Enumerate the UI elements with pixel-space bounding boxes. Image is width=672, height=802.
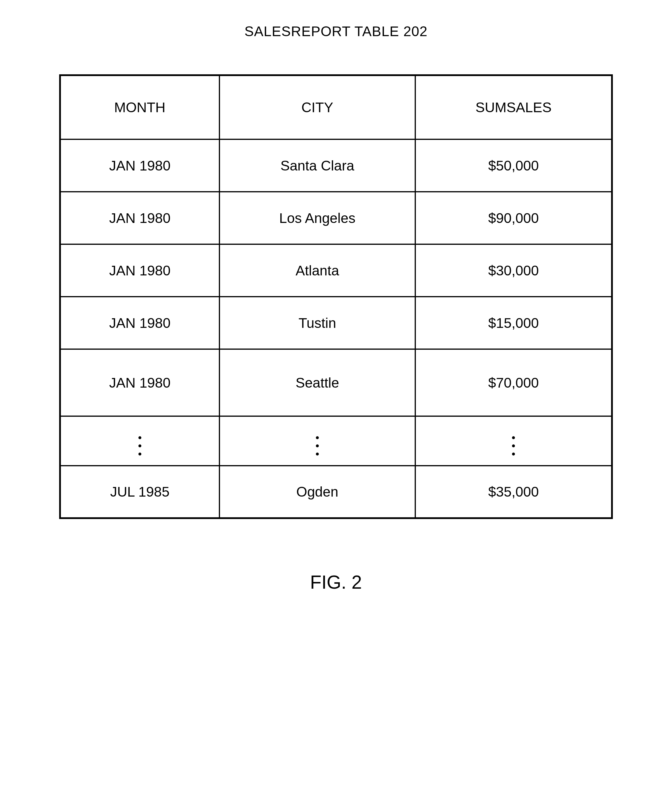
- cell-sumsales: $30,000: [415, 244, 612, 297]
- cell-city: Tustin: [220, 297, 415, 349]
- table-row: JAN 1980 Atlanta $30,000: [60, 244, 612, 297]
- cell-month: JAN 1980: [60, 244, 220, 297]
- cell-city: Atlanta: [220, 244, 415, 297]
- cell-city: Santa Clara: [220, 139, 415, 192]
- cell-month: JAN 1980: [60, 139, 220, 192]
- cell-city: Seattle: [220, 349, 415, 416]
- cell-sumsales: $90,000: [415, 192, 612, 244]
- cell-month: JUL 1985: [60, 466, 220, 518]
- cell-sumsales: $50,000: [415, 139, 612, 192]
- table-header-row: MONTH CITY SUMSALES: [60, 75, 612, 139]
- vertical-ellipsis-icon: [512, 436, 515, 456]
- table-row: JAN 1980 Santa Clara $50,000: [60, 139, 612, 192]
- page-title: SALESREPORT TABLE 202: [244, 23, 428, 39]
- col-header-month: MONTH: [60, 75, 220, 139]
- salesreport-table-wrap: MONTH CITY SUMSALES JAN 1980 Santa Clara…: [59, 74, 613, 519]
- col-header-city: CITY: [220, 75, 415, 139]
- cell-month: JAN 1980: [60, 192, 220, 244]
- table-row: JAN 1980 Tustin $15,000: [60, 297, 612, 349]
- cell-city: Los Angeles: [220, 192, 415, 244]
- ellipsis-cell: [415, 416, 612, 466]
- cell-sumsales: $15,000: [415, 297, 612, 349]
- cell-sumsales: $35,000: [415, 466, 612, 518]
- table-row: JAN 1980 Los Angeles $90,000: [60, 192, 612, 244]
- cell-month: JAN 1980: [60, 297, 220, 349]
- figure-label: FIG. 2: [310, 571, 362, 593]
- table-row: JAN 1980 Seattle $70,000: [60, 349, 612, 416]
- cell-sumsales: $70,000: [415, 349, 612, 416]
- vertical-ellipsis-icon: [139, 436, 141, 456]
- cell-month: JAN 1980: [60, 349, 220, 416]
- ellipsis-cell: [60, 416, 220, 466]
- salesreport-table: MONTH CITY SUMSALES JAN 1980 Santa Clara…: [59, 74, 613, 519]
- vertical-ellipsis-icon: [316, 436, 319, 456]
- table-row: JUL 1985 Ogden $35,000: [60, 466, 612, 518]
- ellipsis-cell: [220, 416, 415, 466]
- table-row-ellipsis: [60, 416, 612, 466]
- cell-city: Ogden: [220, 466, 415, 518]
- col-header-sumsales: SUMSALES: [415, 75, 612, 139]
